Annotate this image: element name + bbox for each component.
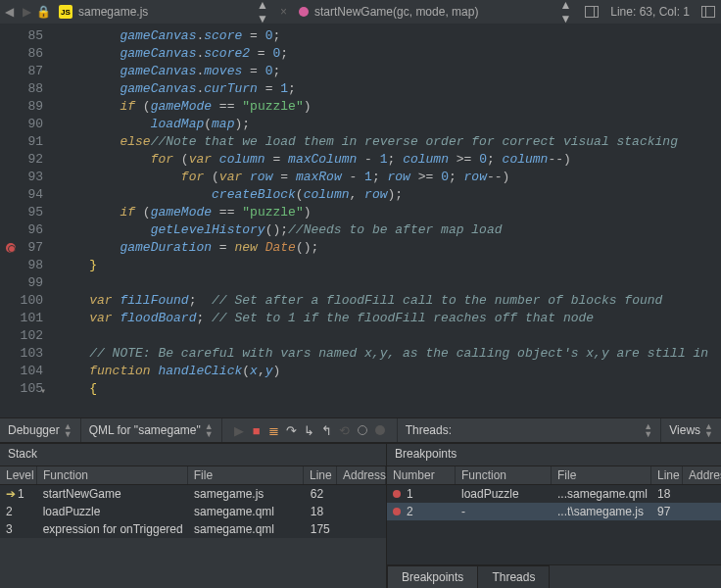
- cursor-pos: Line: 63, Col: 1: [604, 5, 696, 19]
- breakpoint-row[interactable]: 1loadPuzzle...samegame.qml18: [387, 485, 721, 503]
- views-button[interactable]: Views▲▼: [661, 422, 721, 438]
- debugger-toolbar: Debugger▲▼ QML for "samegame"▲▼ ▶ ■ ≣ ↷ …: [0, 417, 721, 443]
- tab-close-icon[interactable]: ×: [276, 5, 291, 19]
- stack-body[interactable]: ➔1startNewGamesamegame.js622loadPuzzlesa…: [0, 485, 386, 538]
- sidebar-icon[interactable]: [701, 6, 715, 18]
- top-bar: ◀ ▶ 🔒 JS samegame.js ▲▼ × startNewGame(g…: [0, 0, 721, 24]
- editor: 8586878889909192939495969798991001011021…: [0, 24, 721, 417]
- nav-fwd-icon[interactable]: ▶: [18, 5, 35, 19]
- toggle-bp-icon[interactable]: ≣: [265, 423, 283, 438]
- bottom-tab[interactable]: Threads: [477, 565, 550, 588]
- breakpoints-tabs: BreakpointsThreads: [387, 564, 721, 588]
- breakpoints-header[interactable]: NumberFunctionFileLineAddress: [387, 466, 721, 485]
- record-icon[interactable]: [371, 423, 389, 438]
- bottom-panels: Stack LevelFunctionFileLineAddress ➔1sta…: [0, 443, 721, 588]
- step-out-icon[interactable]: ↰: [318, 423, 336, 438]
- break-all-icon[interactable]: [354, 423, 371, 438]
- gutter[interactable]: 8586878889909192939495969798991001011021…: [0, 24, 53, 417]
- file-updown-icon[interactable]: ▲▼: [257, 0, 268, 25]
- lock-icon: 🔒: [35, 5, 51, 19]
- split-icon[interactable]: [585, 6, 599, 18]
- stack-row[interactable]: ➔1startNewGamesamegame.js62: [0, 485, 386, 503]
- stack-title: Stack: [0, 444, 386, 466]
- restart-icon[interactable]: ⟲: [336, 423, 354, 438]
- function-icon: [299, 7, 309, 17]
- step-into-icon[interactable]: ↳: [301, 423, 318, 438]
- bottom-tab[interactable]: Breakpoints: [387, 565, 478, 588]
- stop-icon[interactable]: ■: [248, 423, 265, 438]
- js-file-icon: JS: [59, 5, 72, 19]
- symbol-name: startNewGame(gc, mode, map): [314, 5, 478, 19]
- debug-context[interactable]: QML for "samegame"▲▼: [81, 418, 222, 442]
- threads-selector[interactable]: Threads: ▲▼: [398, 418, 662, 442]
- stack-header[interactable]: LevelFunctionFileLineAddress: [0, 466, 386, 485]
- stack-row[interactable]: 3expression for onTriggeredsamegame.qml1…: [0, 520, 386, 538]
- step-over-icon[interactable]: ↷: [283, 423, 301, 438]
- breakpoint-row[interactable]: 2-...t\samegame.js97: [387, 503, 721, 520]
- symbol-updown-icon[interactable]: ▲▼: [559, 0, 571, 25]
- breakpoints-panel: Breakpoints NumberFunctionFileLineAddres…: [387, 444, 721, 588]
- breakpoints-title: Breakpoints: [387, 444, 721, 466]
- file-name: samegame.js: [78, 5, 148, 19]
- debugger-selector[interactable]: Debugger▲▼: [0, 418, 81, 442]
- stack-row[interactable]: 2loadPuzzlesamegame.qml18: [0, 503, 386, 520]
- symbol-tab[interactable]: startNewGame(gc, mode, map) ▲▼: [291, 0, 579, 24]
- stack-panel: Stack LevelFunctionFileLineAddress ➔1sta…: [0, 444, 387, 588]
- breakpoints-body[interactable]: 1loadPuzzle...samegame.qml182-...t\sameg…: [387, 485, 721, 520]
- nav-back-icon[interactable]: ◀: [0, 5, 18, 19]
- code-area[interactable]: gameCanvas.score = 0; gameCanvas.score2 …: [53, 24, 721, 417]
- continue-icon[interactable]: ▶: [230, 423, 248, 438]
- file-tab[interactable]: JS samegame.js ▲▼: [51, 0, 276, 24]
